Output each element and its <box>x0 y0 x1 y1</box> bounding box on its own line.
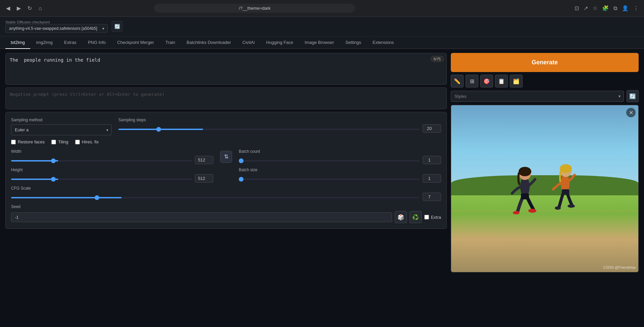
negative-prompt-input[interactable] <box>6 88 446 108</box>
batch-count-slider-container <box>239 157 420 162</box>
tab-txt2img[interactable]: txt2img <box>5 37 30 49</box>
tool-buttons: ✏️ ⊞ 🎯 📋 🗂️ <box>451 75 639 87</box>
close-image-button[interactable]: ✕ <box>626 108 636 117</box>
extra-seed-checkbox[interactable]: Extra <box>424 215 441 220</box>
restore-faces-input[interactable] <box>11 140 16 144</box>
extra-seed-input[interactable] <box>424 215 429 219</box>
tab-png-info[interactable]: PNG Info <box>83 37 111 49</box>
home-button[interactable]: ⌂ <box>37 4 44 13</box>
image-output-container: ✕ <box>451 105 639 272</box>
batch-count-value-input[interactable] <box>423 156 441 164</box>
batch-count-section: Batch count <box>239 149 441 164</box>
watermark: CSDN @Friendship <box>603 265 636 269</box>
tab-extensions[interactable]: Extensions <box>367 37 399 49</box>
address-bar[interactable] <box>154 4 355 13</box>
svg-rect-5 <box>521 193 529 199</box>
tab-checkpoint-merger[interactable]: Checkpoint Merger <box>112 37 159 49</box>
layers-tool-button[interactable]: 🗂️ <box>510 75 523 87</box>
styles-select-wrapper: Styles ▼ <box>451 91 624 102</box>
hires-fix-input[interactable] <box>75 140 80 144</box>
hires-fix-checkbox[interactable]: Hires. fix <box>75 139 99 144</box>
left-panel: 6/75 Sampling method Euler a <box>5 53 447 272</box>
batch-size-slider-row <box>239 174 441 183</box>
batch-size-value-input[interactable] <box>423 174 441 183</box>
styles-select[interactable]: Styles <box>451 91 624 102</box>
styles-row: Styles ▼ 🔄 <box>451 90 639 102</box>
sampling-method-select[interactable]: Euler a <box>11 124 112 135</box>
cast-button[interactable]: ⊡ <box>573 4 580 13</box>
tab-civitai[interactable]: CivitAi <box>237 37 260 49</box>
grid-tool-button[interactable]: ⊞ <box>466 75 478 87</box>
sampling-steps-slider-container <box>118 126 420 131</box>
sampling-steps-value-input[interactable] <box>423 124 441 133</box>
height-slider[interactable] <box>11 179 192 180</box>
forward-button[interactable]: ▶ <box>15 4 23 13</box>
height-slider-row <box>11 174 213 183</box>
seed-dice-button[interactable]: 🎲 <box>395 211 407 223</box>
svg-point-10 <box>555 206 561 210</box>
checkpoint-wrapper: anything-v4.5-vae-swapped.safetensors [a… <box>5 24 108 33</box>
generate-button[interactable]: Generate <box>451 53 639 72</box>
width-value-input[interactable] <box>195 156 213 164</box>
back-button[interactable]: ◀ <box>4 4 12 13</box>
tab-train[interactable]: Train <box>160 37 180 49</box>
height-batch-size-row: Height Batch size <box>11 168 441 183</box>
browser-chrome: ◀ ▶ ↻ ⌂ ⊡ ↗ ☆ 🧩 ⧉ 👤 ⋮ <box>0 0 644 17</box>
batch-size-slider[interactable] <box>239 179 420 180</box>
tiling-input[interactable] <box>51 140 56 144</box>
seed-recycle-button[interactable]: ♻️ <box>410 211 422 223</box>
batch-size-section: Batch size <box>239 168 441 183</box>
positive-prompt-input[interactable] <box>6 53 446 83</box>
clipboard-tool-button[interactable]: 📋 <box>495 75 508 87</box>
top-bar: Stable Diffusion checkpoint anything-v4.… <box>0 17 644 37</box>
menu-button[interactable]: ⋮ <box>632 4 640 13</box>
extra-seed-label: Extra <box>431 215 441 220</box>
tab-image-browser[interactable]: Image Browser <box>299 37 339 49</box>
right-panel: Generate ✏️ ⊞ 🎯 📋 🗂️ Styles ▼ 🔄 <box>451 53 639 272</box>
sampling-row: Sampling method Euler a ▼ Sampling steps <box>11 118 441 135</box>
sampling-method-section: Sampling method Euler a ▼ <box>11 118 112 135</box>
settings-panel: Sampling method Euler a ▼ Sampling steps <box>5 112 447 229</box>
tab-extras[interactable]: Extras <box>59 37 82 49</box>
extension-button[interactable]: 🧩 <box>601 4 610 13</box>
tab-settings[interactable]: Settings <box>340 37 367 49</box>
generated-image: CSDN @Friendship <box>451 105 638 272</box>
pen-tool-button[interactable]: ✏️ <box>451 75 464 87</box>
generate-section: Generate ✏️ ⊞ 🎯 📋 🗂️ Styles ▼ 🔄 <box>451 53 639 102</box>
swap-dimensions-button[interactable]: ⇅ <box>220 151 232 163</box>
running-figures-svg <box>498 153 592 247</box>
profile-button[interactable]: 👤 <box>621 4 630 13</box>
tab-batchlinks[interactable]: Batchlinks Downloader <box>181 37 236 49</box>
tab-img2img[interactable]: img2img <box>31 37 58 49</box>
seed-input[interactable] <box>11 212 392 222</box>
batch-count-slider-row <box>239 156 441 164</box>
batch-count-label: Batch count <box>239 149 441 154</box>
tabs-bar: txt2img img2img Extras PNG Info Checkpoi… <box>0 37 644 49</box>
cfg-scale-slider[interactable] <box>11 197 420 198</box>
cfg-scale-slider-container <box>11 194 420 199</box>
svg-point-8 <box>560 164 572 173</box>
height-label: Height <box>11 168 213 172</box>
splitscreen-button[interactable]: ⧉ <box>612 4 619 13</box>
svg-point-4 <box>513 211 520 214</box>
bookmark-button[interactable]: ☆ <box>591 4 599 13</box>
target-tool-button[interactable]: 🎯 <box>480 75 493 87</box>
checkpoint-select[interactable]: anything-v4.5-vae-swapped.safetensors [a… <box>5 24 108 33</box>
restore-faces-checkbox[interactable]: Restore faces <box>11 139 45 144</box>
cfg-scale-value-input[interactable] <box>423 193 441 201</box>
prompt-counter: 6/75 <box>431 56 444 62</box>
share-button[interactable]: ↗ <box>582 4 589 13</box>
height-value-input[interactable] <box>195 174 213 183</box>
width-slider[interactable] <box>11 160 192 161</box>
styles-refresh-button[interactable]: 🔄 <box>627 90 639 102</box>
tiling-checkbox[interactable]: Tiling <box>51 139 68 144</box>
sampling-steps-slider[interactable] <box>118 129 420 130</box>
height-section: Height <box>11 168 213 183</box>
reload-button[interactable]: ↻ <box>25 4 34 13</box>
sampling-steps-slider-row <box>118 124 441 133</box>
tab-hugging-face[interactable]: Hugging Face <box>261 37 299 49</box>
app-container: Stable Diffusion checkpoint anything-v4.… <box>0 17 644 327</box>
checkpoint-refresh-button[interactable]: 🔄 <box>112 21 122 32</box>
batch-count-slider[interactable] <box>239 160 420 161</box>
width-section: Width <box>11 149 213 164</box>
